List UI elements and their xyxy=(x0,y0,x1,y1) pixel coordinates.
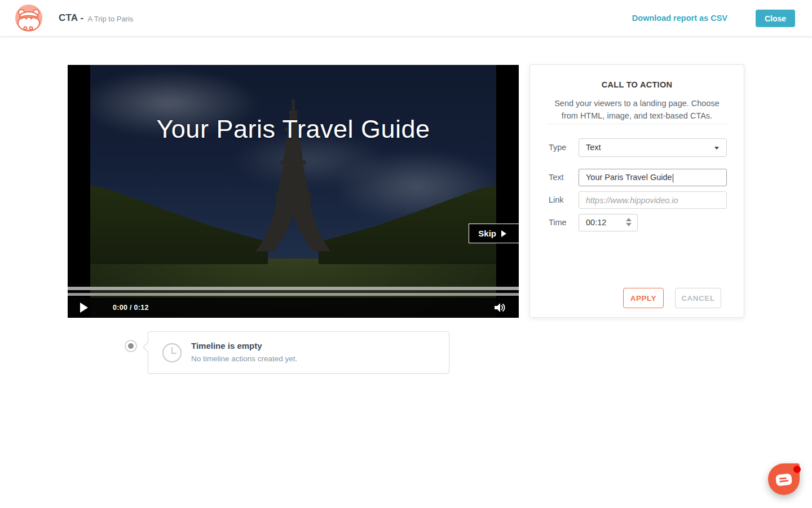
chat-icon xyxy=(775,472,793,487)
cta-time-input[interactable]: 00:12 xyxy=(579,214,638,231)
page-title: CTA - xyxy=(59,12,83,24)
hippo-logo-icon xyxy=(15,5,42,32)
cta-panel: CALL TO ACTION Send your viewers to a la… xyxy=(529,64,744,318)
close-button[interactable]: Close xyxy=(756,10,795,27)
app-header: CTA - A Trip to Paris Download report as… xyxy=(0,0,812,36)
cta-heading: CALL TO ACTION xyxy=(530,80,744,89)
clock-icon xyxy=(161,342,183,364)
cta-link-input[interactable] xyxy=(579,191,727,209)
skip-button[interactable]: Skip xyxy=(469,224,519,243)
play-icon[interactable] xyxy=(80,303,88,313)
breadcrumb: CTA - A Trip to Paris xyxy=(59,0,133,36)
cta-description: Send your viewers to a landing page. Cho… xyxy=(547,98,727,122)
timeline-empty-title: Timeline is empty xyxy=(191,341,262,351)
notification-dot xyxy=(793,466,801,473)
divider xyxy=(547,124,727,124)
cta-text-value: Your Paris Travel Guide xyxy=(586,173,672,182)
video-frame xyxy=(90,65,496,318)
volume-icon[interactable] xyxy=(495,303,506,313)
stepper-down-icon[interactable] xyxy=(626,223,632,226)
video-player[interactable]: Your Paris Travel Guide Skip 0:00 / 0:12 xyxy=(68,65,519,318)
link-label: Link xyxy=(549,195,564,204)
skip-play-icon xyxy=(501,230,506,237)
type-select[interactable]: Text xyxy=(579,138,727,157)
download-csv-link[interactable]: Download report as CSV xyxy=(632,0,727,36)
time-stepper[interactable] xyxy=(626,218,632,226)
cancel-button[interactable]: CANCEL xyxy=(675,288,721,308)
timeline-marker-dot[interactable] xyxy=(125,340,137,352)
stepper-up-icon[interactable] xyxy=(626,218,632,221)
type-select-value: Text xyxy=(586,143,601,152)
timeline-empty-subtitle: No timeline actions created yet. xyxy=(191,354,297,363)
player-control-bar: 0:00 / 0:12 xyxy=(68,297,519,318)
time-label: Time xyxy=(549,218,567,227)
apply-button[interactable]: APPLY xyxy=(623,288,664,308)
seek-bar[interactable] xyxy=(68,287,519,290)
cta-text-input[interactable]: Your Paris Travel Guide xyxy=(579,169,727,186)
hippo-logo[interactable] xyxy=(15,5,42,32)
dim-overlay xyxy=(90,65,496,318)
time-display: 0:00 / 0:12 xyxy=(113,304,149,312)
text-cursor xyxy=(673,174,673,182)
buffer-bar[interactable] xyxy=(68,293,519,296)
chat-launcher[interactable] xyxy=(768,463,800,495)
chevron-down-icon xyxy=(714,147,719,150)
type-label: Type xyxy=(549,143,566,152)
video-name: A Trip to Paris xyxy=(87,14,133,23)
text-label: Text xyxy=(549,173,564,182)
cta-time-value: 00:12 xyxy=(586,218,606,227)
video-title-overlay: Your Paris Travel Guide xyxy=(68,115,519,144)
timeline-empty-card: Timeline is empty No timeline actions cr… xyxy=(148,331,449,374)
skip-label: Skip xyxy=(478,229,496,238)
